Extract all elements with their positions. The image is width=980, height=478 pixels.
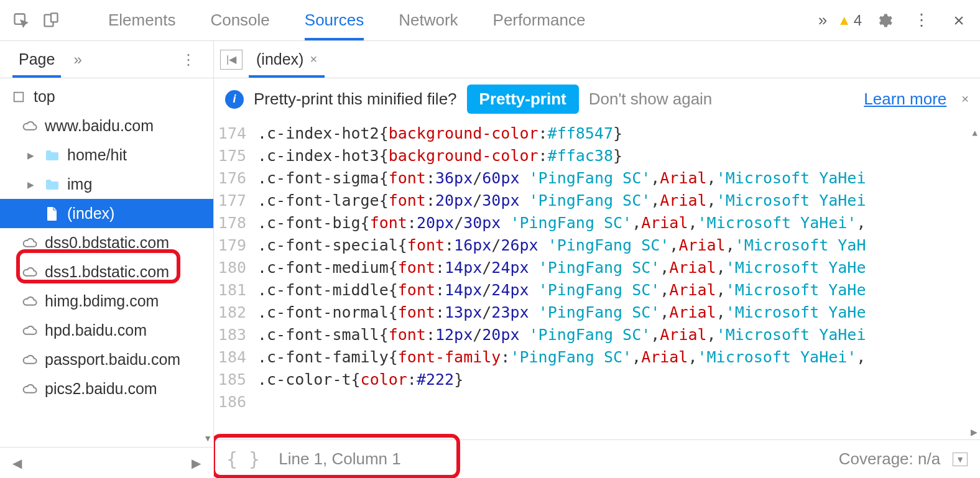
sidebar-scroll-right-icon[interactable]: ▶ [192,456,201,471]
panel-tab-elements[interactable]: Elements [91,0,193,40]
code-line[interactable]: 182.c-font-normal{font:13px/23px 'PingFa… [214,301,980,324]
close-devtools-icon[interactable]: × [945,7,973,34]
navigate-back-icon[interactable]: |◀ [220,50,243,70]
source-code-area[interactable]: ▲ 174.c-index-hot2{background-color:#ff8… [214,120,980,428]
sidebar-kebab-icon[interactable]: ⋮ [176,51,201,68]
tree-item-top[interactable]: top [0,82,213,111]
line-number: 178 [214,212,257,234]
svg-rect-2 [51,13,58,22]
tree-item-label: dss1.bdstatic.com [45,263,169,281]
tree-item-pics2-baidu-com[interactable]: pics2.baidu.com [0,374,213,403]
code-text: .c-font-sigma{font:36px/60px 'PingFang S… [257,167,980,190]
sidebar-tab-page[interactable]: Page [12,41,61,78]
line-number: 176 [214,167,257,190]
code-text: .c-font-small{font:12px/20px 'PingFang S… [257,324,980,346]
inspect-element-icon[interactable] [7,7,35,34]
line-number: 181 [214,279,257,301]
tree-item-home-hit[interactable]: ▶home/hit [0,140,213,170]
code-text: .c-font-large{font:20px/30px 'PingFang S… [257,190,980,212]
cloud-icon [21,322,39,339]
code-text: .c-color-t{color:#222} [257,369,980,391]
code-line[interactable]: 186 [214,391,980,413]
code-line[interactable]: 174.c-index-hot2{background-color:#ff854… [214,122,980,145]
devtools-toolbar: ElementsConsoleSourcesNetworkPerformance… [0,0,980,41]
code-line[interactable]: 179.c-font-special{font:16px/26px 'PingF… [214,234,980,257]
code-line[interactable]: 185.c-color-t{color:#222} [214,369,980,391]
kebab-menu-icon[interactable]: ⋮ [908,7,935,34]
tree-item-dss0-bdstatic-com[interactable]: dss0.bdstatic.com [0,228,213,257]
coverage-label: Coverage: n/a [839,449,940,469]
code-line[interactable]: 178.c-font-big{font:20px/30px 'PingFang … [214,212,980,234]
code-line[interactable]: 184.c-font-family{font-family:'PingFang … [214,346,980,369]
code-line[interactable]: 177.c-font-large{font:20px/30px 'PingFan… [214,190,980,212]
svg-rect-3 [14,92,24,101]
warning-count: 4 [854,12,862,29]
code-text: .c-font-big{font:20px/30px 'PingFang SC'… [257,212,980,234]
line-number: 185 [214,369,257,391]
cloud-icon [21,380,39,398]
sidebar-scroll-left-icon[interactable]: ◀ [12,456,22,471]
settings-gear-icon[interactable] [871,7,898,34]
navigator-sidebar: Page » ⋮ topwww.baidu.com▶home/hit▶img(i… [0,41,214,478]
device-toggle-icon[interactable] [37,7,65,34]
tree-item--index-[interactable]: (index) [0,199,213,228]
pretty-print-infobar: i Pretty-print this minified file? Prett… [214,78,980,120]
panel-tab-performance[interactable]: Performance [476,0,603,40]
panel-tab-console[interactable]: Console [193,0,287,40]
tree-item-dss1-bdstatic-com[interactable]: dss1.bdstatic.com [0,257,213,287]
warnings-badge[interactable]: ▲ 4 [838,12,862,29]
editor-tab-index[interactable]: (index) × [249,41,325,78]
code-line[interactable]: 180.c-font-medium{font:14px/24px 'PingFa… [214,257,980,279]
code-text: .c-font-medium{font:14px/24px 'PingFang … [257,257,980,279]
panel-tab-network[interactable]: Network [381,0,475,40]
line-number: 186 [214,391,257,413]
tree-item-label: passport.baidu.com [45,351,180,369]
footer-dropdown-icon[interactable]: ▼ [953,453,968,466]
close-tab-icon[interactable]: × [310,52,317,67]
tree-item-label: himg.bdimg.com [45,292,159,310]
tree-item-label: img [67,175,92,193]
line-number: 184 [214,346,257,369]
tree-scroll-down-icon[interactable]: ▼ [203,433,212,443]
code-line[interactable]: 175.c-index-hot3{background-color:#ffac3… [214,145,980,167]
tree-item-label: dss0.bdstatic.com [45,234,169,252]
code-line[interactable]: 183.c-font-small{font:12px/20px 'PingFan… [214,324,980,346]
pretty-print-button[interactable]: Pretty-print [467,85,579,114]
tree-item-img[interactable]: ▶img [0,170,213,199]
panel-tab-sources[interactable]: Sources [287,0,381,40]
tree-item-label: (index) [67,205,114,223]
cloud-icon [21,117,39,135]
scroll-up-icon[interactable]: ▲ [973,121,978,144]
infobar-close-icon[interactable]: × [961,92,969,106]
line-number: 183 [214,324,257,346]
scroll-right-icon[interactable]: ▶ [971,427,978,437]
file-tree[interactable]: topwww.baidu.com▶home/hit▶img(index)dss0… [0,78,213,447]
editor-panel: |◀ (index) × i Pretty-print this minifie… [214,41,980,478]
info-icon: i [225,90,244,109]
tree-item-passport-baidu-com[interactable]: passport.baidu.com [0,345,213,374]
editor-tab-label: (index) [256,50,303,68]
code-line[interactable]: 181.c-font-middle{font:14px/24px 'PingFa… [214,279,980,301]
tree-expand-icon[interactable]: ▶ [27,180,37,190]
format-braces-icon[interactable]: { } [226,448,260,470]
dont-show-again-link[interactable]: Don't show again [589,90,713,109]
tree-item-himg-bdimg-com[interactable]: himg.bdimg.com [0,287,213,316]
line-number: 174 [214,122,257,145]
line-number: 182 [214,301,257,324]
sidebar-more-tabs-icon[interactable]: » [73,51,81,68]
folder-icon [44,176,61,193]
tree-expand-icon[interactable]: ▶ [27,150,37,160]
tree-item-hpd-baidu-com[interactable]: hpd.baidu.com [0,316,213,345]
line-number: 180 [214,257,257,279]
line-number: 179 [214,234,257,257]
folder-icon [44,147,61,164]
tree-item-label: pics2.baidu.com [45,380,157,398]
learn-more-link[interactable]: Learn more [864,90,946,109]
code-text: .c-font-middle{font:14px/24px 'PingFang … [257,279,980,301]
line-number: 175 [214,145,257,167]
more-tabs-icon[interactable]: » [809,7,836,34]
panel-tabs: ElementsConsoleSourcesNetworkPerformance [91,0,808,40]
code-line[interactable]: 176.c-font-sigma{font:36px/60px 'PingFan… [214,167,980,190]
tree-item-www-baidu-com[interactable]: www.baidu.com [0,111,213,140]
warning-triangle-icon: ▲ [838,12,851,29]
